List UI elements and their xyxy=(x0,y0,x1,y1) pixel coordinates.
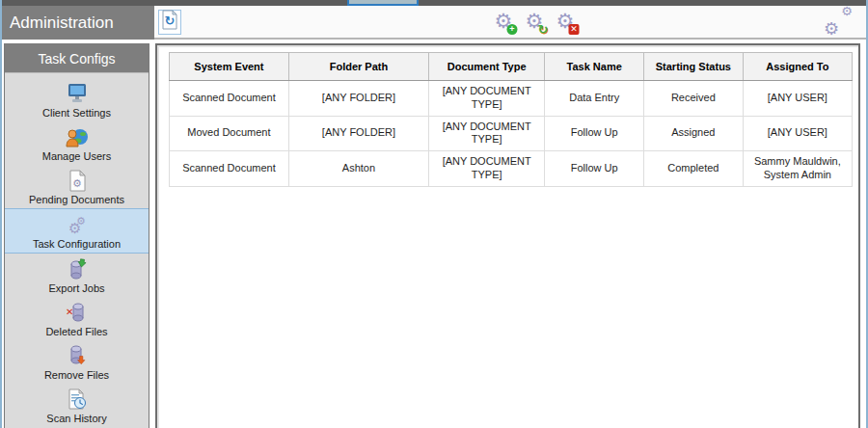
sidebar-item-label: Export Jobs xyxy=(5,282,149,294)
x-badge-icon: ✕ xyxy=(569,24,580,35)
sidebar-item-label: Pending Documents xyxy=(5,194,149,205)
sidebar-item-deleted-files[interactable]: ✕ Deleted Files xyxy=(5,297,149,340)
cell-assigned-to: Sammy Mauldwin, System Admin xyxy=(743,151,852,187)
database-export-icon xyxy=(5,257,149,281)
settings-button[interactable]: ⚙ ⚙ xyxy=(824,9,854,36)
plus-badge-icon: + xyxy=(507,24,518,35)
add-task-button[interactable]: ⚙ + xyxy=(491,9,517,35)
edit-task-button[interactable]: ⚙ ↻ xyxy=(522,9,548,35)
sidebar-item-task-configuration[interactable]: ⚙ ⚙ Task Configuration xyxy=(5,208,149,254)
cell-document-type: [ANY DOCUMENT TYPE] xyxy=(429,116,545,151)
sidebar-item-label: Client Settings xyxy=(5,107,149,119)
table-header-row: System Event Folder Path Document Type T… xyxy=(170,53,853,81)
delete-task-button[interactable]: ⚙ ✕ xyxy=(553,9,579,35)
database-deleted-icon: ✕ xyxy=(5,301,149,324)
task-action-buttons: ⚙ + ⚙ ↻ ⚙ ✕ xyxy=(491,9,579,35)
table-row[interactable]: Moved Document [ANY FOLDER] [ANY DOCUMEN… xyxy=(170,116,853,151)
sidebar-item-label: Task Configuration xyxy=(5,238,149,250)
arrow-badge-icon: ↻ xyxy=(538,24,549,35)
sidebar-item-scan-history[interactable]: Scan History xyxy=(5,384,149,427)
column-header-document-type[interactable]: Document Type xyxy=(429,53,545,81)
document-gear-icon: ⚙ xyxy=(5,169,149,192)
user-globe-icon xyxy=(5,125,149,148)
sidebar-item-label: Scan History xyxy=(5,413,149,424)
cell-folder-path: [ANY FOLDER] xyxy=(288,81,428,117)
scan-history-icon xyxy=(5,388,149,411)
column-header-folder-path[interactable]: Folder Path xyxy=(288,53,428,81)
cell-starting-status: Completed xyxy=(644,151,744,187)
header-bar: Administration ↻ ⚙ + ⚙ ↻ ⚙ ✕ xyxy=(2,6,866,40)
page-title: Administration xyxy=(2,6,154,40)
svg-text:⚙: ⚙ xyxy=(68,220,81,236)
sidebar-item-label: Remove Files xyxy=(5,369,149,381)
cell-assigned-to: [ANY USER] xyxy=(743,116,852,151)
sidebar: Task Configs Client Settings xyxy=(4,43,149,428)
column-header-assigned-to[interactable]: Assigned To xyxy=(743,53,852,81)
sidebar-item-export-jobs[interactable]: Export Jobs xyxy=(5,254,149,297)
table-row[interactable]: Scanned Document [ANY FOLDER] [ANY DOCUM… xyxy=(170,81,853,117)
sidebar-item-manage-users[interactable]: Manage Users xyxy=(5,121,149,165)
sidebar-item-remove-files[interactable]: Remove Files xyxy=(5,340,149,384)
sidebar-item-label: Manage Users xyxy=(5,150,149,162)
sidebar-item-client-settings[interactable]: Client Settings xyxy=(5,78,149,121)
task-table: System Event Folder Path Document Type T… xyxy=(169,52,853,187)
cell-document-type: [ANY DOCUMENT TYPE] xyxy=(429,151,545,187)
settings-gears-icon: ⚙ xyxy=(824,20,839,38)
cell-folder-path: Ashton xyxy=(288,151,428,187)
svg-text:✕: ✕ xyxy=(66,307,73,317)
sidebar-title: Task Configs xyxy=(5,44,149,73)
column-header-task-name[interactable]: Task Name xyxy=(545,53,644,81)
monitor-icon xyxy=(5,82,149,105)
task-config-panel: System Event Folder Path Document Type T… xyxy=(155,43,860,428)
gears-icon: ⚙ ⚙ xyxy=(5,213,149,236)
cell-document-type: [ANY DOCUMENT TYPE] xyxy=(429,81,545,117)
refresh-document-icon: ↻ xyxy=(161,10,178,34)
toolbar: ↻ ⚙ + ⚙ ↻ ⚙ ✕ ⚙ ⚙ xyxy=(154,6,866,40)
cell-starting-status: Received xyxy=(644,81,744,117)
refresh-button[interactable]: ↻ xyxy=(158,10,181,35)
window-top-tab xyxy=(347,0,419,6)
content-area: Task Configs Client Settings xyxy=(4,43,864,428)
column-header-starting-status[interactable]: Starting Status xyxy=(644,53,744,81)
cell-system-event: Scanned Document xyxy=(170,151,289,187)
svg-text:⚙: ⚙ xyxy=(72,177,82,190)
cell-folder-path: [ANY FOLDER] xyxy=(288,116,428,151)
column-header-system-event[interactable]: System Event xyxy=(170,53,289,81)
cell-task-name: Follow Up xyxy=(545,151,644,187)
sidebar-item-pending-documents[interactable]: ⚙ Pending Documents xyxy=(5,165,149,208)
table-row[interactable]: Scanned Document Ashton [ANY DOCUMENT TY… xyxy=(170,151,853,187)
cell-starting-status: Assigned xyxy=(644,116,744,151)
cell-system-event: Moved Document xyxy=(170,116,289,151)
svg-text:↻: ↻ xyxy=(165,13,176,28)
sidebar-items: Client Settings Manage Users xyxy=(5,73,149,428)
database-remove-icon xyxy=(5,344,149,367)
window-top-strip xyxy=(2,0,866,6)
cell-assigned-to: [ANY USER] xyxy=(743,81,852,117)
sidebar-item-label: Deleted Files xyxy=(5,326,149,337)
cell-task-name: Follow Up xyxy=(545,116,644,151)
cell-task-name: Data Entry xyxy=(545,81,644,117)
cell-system-event: Scanned Document xyxy=(170,81,289,117)
settings-gear-small-icon: ⚙ xyxy=(841,5,853,17)
